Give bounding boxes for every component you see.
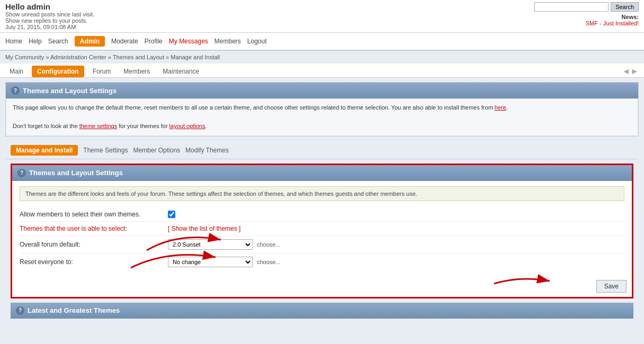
form-row-reset-everyone: Reset everyone to: No change 2.0 Sunset … <box>20 254 624 270</box>
inner-section-body: Themes are the different looks and feels… <box>12 181 632 276</box>
sub-nav-maintenance[interactable]: Maintenance <box>158 66 203 77</box>
top-bar-left: Hello admin Show unread posts since last… <box>5 2 94 30</box>
top-themes-panel: ? Themes and Layout Settings This page a… <box>5 82 639 137</box>
overall-default-control: 2.0 Sunset Default Theme choose... <box>168 239 281 250</box>
form-row-overall-default: Overall forum default: 2.0 Sunset Defaul… <box>20 236 624 254</box>
breadcrumb-themes-layout[interactable]: Themes and Layout <box>113 54 164 60</box>
line2: Show new replies to your posts. <box>5 17 94 24</box>
main-content: ? Themes and Layout Settings This page a… <box>0 78 644 328</box>
sub-nav-forum[interactable]: Forum <box>88 66 115 77</box>
info-line1: This page allows you to change the defau… <box>13 103 631 113</box>
news-label: News: <box>622 14 639 20</box>
breadcrumb-sep1: » <box>46 54 50 60</box>
breadcrumb-sep3: » <box>166 54 171 60</box>
breadcrumb-my-community[interactable]: My Community <box>5 54 44 60</box>
help-icon-latest[interactable]: ? <box>16 306 24 315</box>
inner-section-title: Themes and Layout Settings <box>29 169 123 177</box>
sub-nav: Main Configuration Forum Members Mainten… <box>0 64 644 78</box>
tab-member-options[interactable]: Member Options <box>133 147 180 154</box>
latest-section-title: Latest and Greatest Themes <box>28 306 120 314</box>
nav-logout[interactable]: Logout <box>247 38 267 45</box>
form-row-allow-members: Allow members to select their own themes… <box>20 207 624 222</box>
search-input[interactable] <box>534 2 609 12</box>
inner-section-header: ? Themes and Layout Settings <box>12 165 632 181</box>
top-section-title: Themes and Layout Settings <box>23 87 117 95</box>
overall-default-label: Overall forum default: <box>20 241 168 248</box>
top-info-box: This page allows you to change the defau… <box>6 98 638 136</box>
sub-nav-main[interactable]: Main <box>5 66 28 77</box>
reset-everyone-label: Reset everyone to: <box>20 258 168 266</box>
search-box: Search <box>534 2 639 12</box>
nav-home[interactable]: Home <box>5 38 22 45</box>
top-section-header: ? Themes and Layout Settings <box>6 83 638 98</box>
top-bar-right: Search News: SMF - Just Installed! <box>534 2 639 26</box>
save-button[interactable]: Save <box>596 280 627 293</box>
sub-nav-configuration[interactable]: Configuration <box>32 66 84 77</box>
overall-default-select[interactable]: 2.0 Sunset Default Theme <box>168 239 253 250</box>
panel-tabs: Manage and Install Theme Settings Member… <box>5 142 639 159</box>
nav-my-messages[interactable]: My Messages <box>169 38 208 45</box>
news-link[interactable]: SMF - Just Installed! <box>586 20 639 26</box>
nav-profile[interactable]: Profile <box>145 38 163 45</box>
news: News: SMF - Just Installed! <box>534 14 639 26</box>
top-bar: Hello admin Show unread posts since last… <box>0 0 644 33</box>
inner-info-text: Themes are the different looks and feels… <box>25 191 417 197</box>
allow-members-label: Allow members to select their own themes… <box>20 211 168 218</box>
nav-bar: Home Help Search Admin Moderate Profile … <box>0 33 644 51</box>
breadcrumb: My Community » Administration Center » T… <box>0 51 644 64</box>
nav-arrows: ◄► <box>622 67 639 76</box>
date: July 21, 2015, 09:01:08 AM <box>5 24 94 30</box>
nav-moderate[interactable]: Moderate <box>111 38 138 45</box>
breadcrumb-sep2: » <box>108 54 113 60</box>
form-row-themes-selectable: Themes that the user is able to select: … <box>20 222 624 236</box>
nav-admin[interactable]: Admin <box>75 36 105 47</box>
red-border-section: ? Themes and Layout Settings Themes are … <box>11 164 633 298</box>
search-button[interactable]: Search <box>611 2 639 12</box>
tab-manage-install[interactable]: Manage and Install <box>11 145 78 156</box>
tab-modify-themes[interactable]: Modify Themes <box>185 147 229 154</box>
breadcrumb-admin-center[interactable]: Administration Center <box>50 54 106 60</box>
latest-section: ? Latest and Greatest Themes <box>11 303 633 319</box>
nav-help[interactable]: Help <box>29 38 42 45</box>
nav-members[interactable]: Members <box>214 38 241 45</box>
greeting: Hello admin <box>5 2 94 11</box>
here-link[interactable]: here <box>495 104 506 111</box>
reset-everyone-control: No change 2.0 Sunset Default Theme choos… <box>168 257 281 267</box>
tab-theme-settings[interactable]: Theme Settings <box>83 147 128 154</box>
show-themes-link[interactable]: [ Show the list of themes ] <box>168 225 240 232</box>
allow-members-control <box>168 211 175 218</box>
reset-everyone-select[interactable]: No change 2.0 Sunset Default Theme <box>168 257 253 267</box>
reset-choose-link[interactable]: choose... <box>257 259 281 265</box>
info-line2: Don't forget to look at the theme settin… <box>13 122 631 131</box>
help-icon-inner[interactable]: ? <box>17 169 26 177</box>
theme-settings-link[interactable]: theme settings <box>79 123 118 129</box>
save-row: Save <box>12 276 632 297</box>
nav-search[interactable]: Search <box>48 38 68 45</box>
inner-info-box: Themes are the different looks and feels… <box>20 186 624 201</box>
latest-section-header: ? Latest and Greatest Themes <box>11 303 633 319</box>
themes-selectable-control: [ Show the list of themes ] <box>168 225 240 232</box>
breadcrumb-manage-install: Manage and Install <box>171 54 220 60</box>
allow-members-checkbox[interactable] <box>168 211 175 218</box>
overall-choose-link[interactable]: choose... <box>257 241 281 248</box>
themes-selectable-label: Themes that the user is able to select: <box>20 225 168 232</box>
sub-nav-members[interactable]: Members <box>119 66 154 77</box>
help-icon-top[interactable]: ? <box>11 86 20 95</box>
line1: Show unread posts since last visit. <box>5 11 94 17</box>
layout-options-link[interactable]: layout options <box>169 123 205 129</box>
